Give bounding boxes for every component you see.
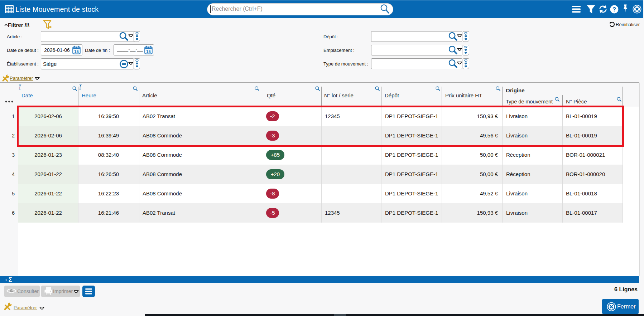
svg-text:?: ? — [612, 6, 616, 13]
